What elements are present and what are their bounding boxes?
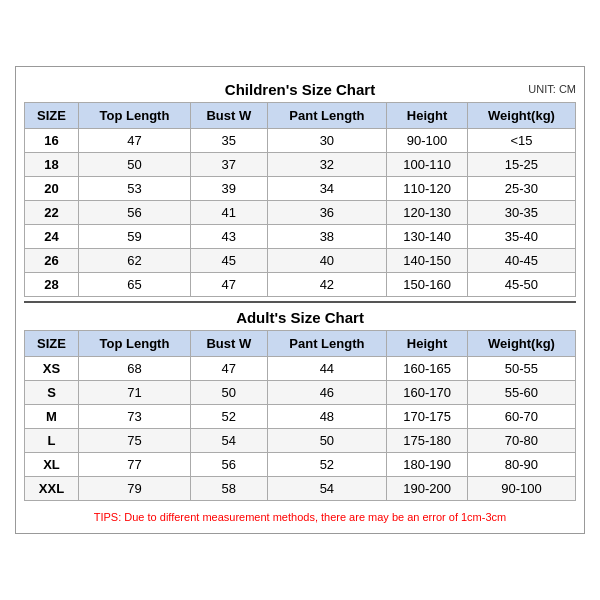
- table-cell: 45-50: [467, 273, 575, 297]
- table-cell: 53: [78, 177, 190, 201]
- table-cell: 47: [191, 273, 268, 297]
- table-cell: 73: [78, 405, 190, 429]
- table-cell: 130-140: [387, 225, 468, 249]
- table-cell: 160-165: [387, 357, 468, 381]
- table-cell: 90-100: [467, 477, 575, 501]
- table-cell: 70-80: [467, 429, 575, 453]
- table-cell: 160-170: [387, 381, 468, 405]
- table-cell: 18: [25, 153, 79, 177]
- table-cell: 34: [267, 177, 387, 201]
- table-cell: 56: [191, 453, 268, 477]
- table-cell: 75: [78, 429, 190, 453]
- table-cell: 25-30: [467, 177, 575, 201]
- table-cell: 15-25: [467, 153, 575, 177]
- adult-title-text: Adult's Size Chart: [236, 309, 364, 326]
- table-cell: 100-110: [387, 153, 468, 177]
- tips-text: TIPS: Due to different measurement metho…: [24, 505, 576, 525]
- adult-size-table: SIZE Top Length Bust W Pant Length Heigh…: [24, 330, 576, 501]
- size-chart-container: Children's Size Chart UNIT: CM SIZE Top …: [15, 66, 585, 534]
- table-cell: 50-55: [467, 357, 575, 381]
- table-cell: L: [25, 429, 79, 453]
- unit-label: UNIT: CM: [528, 83, 576, 95]
- table-cell: 60-70: [467, 405, 575, 429]
- table-cell: 30: [267, 129, 387, 153]
- table-row: XL775652180-19080-90: [25, 453, 576, 477]
- table-cell: 52: [267, 453, 387, 477]
- table-cell: 50: [191, 381, 268, 405]
- table-cell: 28: [25, 273, 79, 297]
- table-row: M735248170-17560-70: [25, 405, 576, 429]
- children-size-table: SIZE Top Length Bust W Pant Length Heigh…: [24, 102, 576, 297]
- table-cell: 37: [191, 153, 268, 177]
- table-cell: 58: [191, 477, 268, 501]
- table-cell: 36: [267, 201, 387, 225]
- table-row: 20533934110-12025-30: [25, 177, 576, 201]
- table-cell: 20: [25, 177, 79, 201]
- table-cell: 150-160: [387, 273, 468, 297]
- col-top-length: Top Length: [78, 103, 190, 129]
- col-weight: Weight(kg): [467, 103, 575, 129]
- table-cell: 32: [267, 153, 387, 177]
- col-pant-length: Pant Length: [267, 103, 387, 129]
- table-cell: 38: [267, 225, 387, 249]
- table-cell: XL: [25, 453, 79, 477]
- adult-section-title: Adult's Size Chart: [24, 301, 576, 330]
- table-cell: 62: [78, 249, 190, 273]
- table-cell: 170-175: [387, 405, 468, 429]
- table-cell: 47: [78, 129, 190, 153]
- table-cell: 140-150: [387, 249, 468, 273]
- table-cell: 54: [191, 429, 268, 453]
- table-cell: XS: [25, 357, 79, 381]
- table-cell: 180-190: [387, 453, 468, 477]
- table-cell: 22: [25, 201, 79, 225]
- table-row: S715046160-17055-60: [25, 381, 576, 405]
- table-cell: 48: [267, 405, 387, 429]
- table-cell: 44: [267, 357, 387, 381]
- table-cell: 30-35: [467, 201, 575, 225]
- table-cell: S: [25, 381, 79, 405]
- table-cell: 45: [191, 249, 268, 273]
- table-cell: 59: [78, 225, 190, 249]
- table-cell: XXL: [25, 477, 79, 501]
- table-cell: 41: [191, 201, 268, 225]
- table-cell: 40: [267, 249, 387, 273]
- col-bust-w: Bust W: [191, 103, 268, 129]
- table-row: XS684744160-16550-55: [25, 357, 576, 381]
- table-cell: 43: [191, 225, 268, 249]
- children-section-title: Children's Size Chart UNIT: CM: [24, 75, 576, 102]
- adult-col-size: SIZE: [25, 331, 79, 357]
- table-cell: 16: [25, 129, 79, 153]
- table-row: 28654742150-16045-50: [25, 273, 576, 297]
- table-cell: 55-60: [467, 381, 575, 405]
- table-cell: 35: [191, 129, 268, 153]
- table-row: 24594338130-14035-40: [25, 225, 576, 249]
- adult-col-top-length: Top Length: [78, 331, 190, 357]
- table-cell: 35-40: [467, 225, 575, 249]
- table-cell: 110-120: [387, 177, 468, 201]
- table-cell: 80-90: [467, 453, 575, 477]
- children-table-body: 1647353090-100<1518503732100-11015-25205…: [25, 129, 576, 297]
- adult-col-pant-length: Pant Length: [267, 331, 387, 357]
- adult-table-body: XS684744160-16550-55S715046160-17055-60M…: [25, 357, 576, 501]
- table-cell: 24: [25, 225, 79, 249]
- table-row: 26624540140-15040-45: [25, 249, 576, 273]
- children-header-row: SIZE Top Length Bust W Pant Length Heigh…: [25, 103, 576, 129]
- table-cell: 90-100: [387, 129, 468, 153]
- table-cell: 71: [78, 381, 190, 405]
- adult-header-row: SIZE Top Length Bust W Pant Length Heigh…: [25, 331, 576, 357]
- table-cell: 56: [78, 201, 190, 225]
- adult-col-weight: Weight(kg): [467, 331, 575, 357]
- table-cell: 50: [267, 429, 387, 453]
- children-title-text: Children's Size Chart: [225, 81, 375, 98]
- table-cell: <15: [467, 129, 575, 153]
- table-cell: 190-200: [387, 477, 468, 501]
- table-row: L755450175-18070-80: [25, 429, 576, 453]
- table-cell: 54: [267, 477, 387, 501]
- table-row: XXL795854190-20090-100: [25, 477, 576, 501]
- table-cell: 175-180: [387, 429, 468, 453]
- table-cell: 77: [78, 453, 190, 477]
- adult-col-bust-w: Bust W: [191, 331, 268, 357]
- table-cell: 47: [191, 357, 268, 381]
- table-cell: 68: [78, 357, 190, 381]
- table-cell: 52: [191, 405, 268, 429]
